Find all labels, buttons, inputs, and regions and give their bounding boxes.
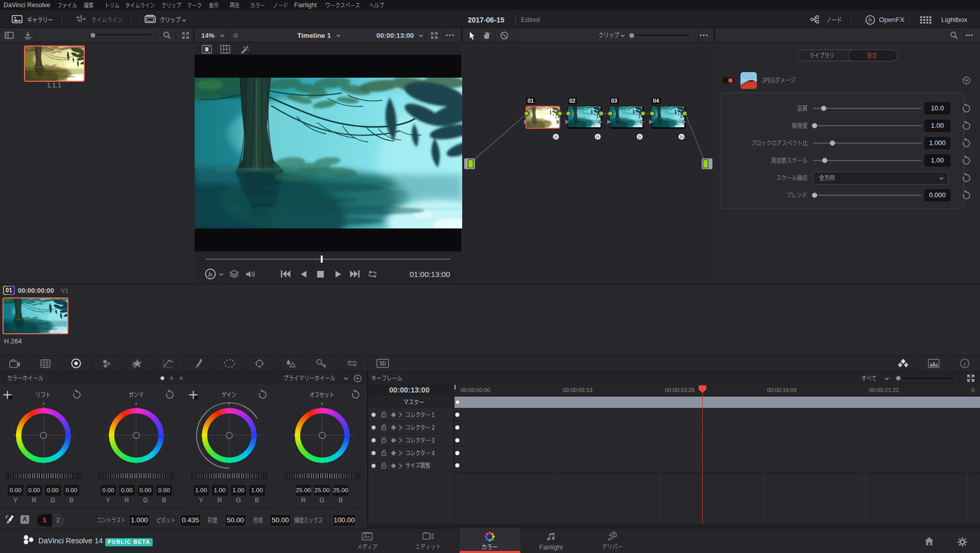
- svg-text:fx: fx: [208, 271, 212, 277]
- svg-text:fx: fx: [596, 134, 599, 139]
- svg-text:fx: fx: [680, 134, 683, 139]
- svg-text:3D: 3D: [379, 360, 387, 366]
- svg-text:i: i: [964, 360, 966, 367]
- svg-text:fx: fx: [555, 134, 558, 139]
- svg-text:fx: fx: [869, 17, 873, 22]
- svg-text:fx: fx: [638, 134, 641, 139]
